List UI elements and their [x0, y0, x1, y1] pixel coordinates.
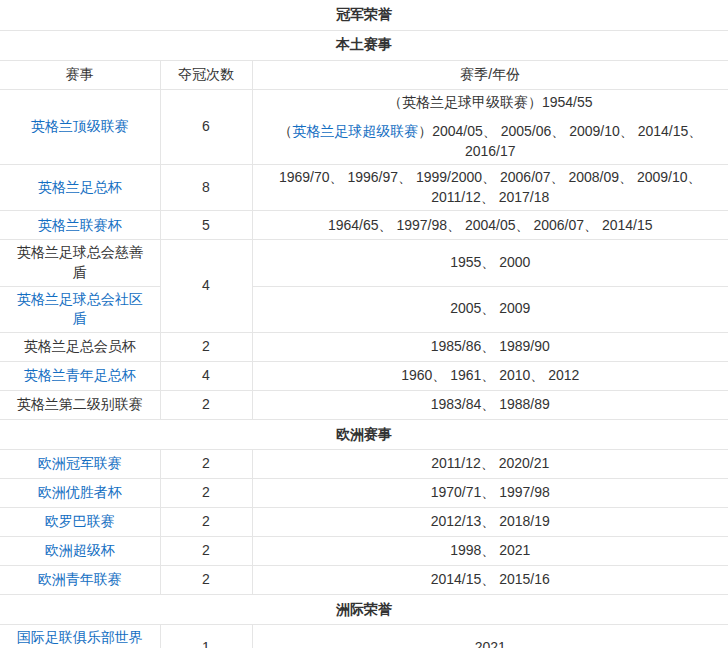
seasons-cell: 1969/70、 1996/97、 1999/2000、 2006/07、 20…: [252, 165, 728, 211]
competition-link[interactable]: 欧洲青年联赛: [38, 571, 122, 587]
competition-name: 英格兰足球总会慈善盾: [17, 244, 143, 280]
table-row: 欧洲超级杯21998、 2021: [0, 536, 728, 565]
table-row: 欧洲青年联赛22014/15、 2015/16: [0, 565, 728, 594]
season-text: 1955、 2000: [450, 254, 530, 270]
competition-cell: 英格兰足总会员杯: [0, 332, 160, 361]
competition-link[interactable]: 欧洲超级杯: [45, 542, 115, 558]
competition-link[interactable]: 英格兰顶级联赛: [31, 118, 129, 134]
season-text: 1998、 2021: [450, 542, 530, 558]
win-count-cell: 6: [160, 89, 252, 165]
win-count-cell: 4: [160, 240, 252, 332]
competition-cell: 欧洲超级杯: [0, 536, 160, 565]
season-text: 2012/13、 2018/19: [431, 513, 550, 529]
seasons-cell: 1964/65、 1997/98、 2004/05、 2006/07、 2014…: [252, 211, 728, 240]
seasons-cell: 2021: [252, 624, 728, 648]
table-row: 英格兰足球总会慈善盾41955、 2000: [0, 240, 728, 286]
season-line: 1964/65、 1997/98、 2004/05、 2006/07、 2014…: [263, 216, 719, 236]
win-count-cell: 2: [160, 536, 252, 565]
competition-link[interactable]: 国际足联俱乐部世界杯: [17, 629, 143, 648]
column-header-row: 赛事夺冠次数赛季/年份: [0, 60, 728, 89]
season-text: （英格兰足球甲级联赛）1954/55: [388, 94, 593, 110]
section-title-row: 本土赛事: [0, 30, 728, 60]
competition-link[interactable]: 英格兰足总杯: [38, 179, 122, 195]
win-count-cell: 2: [160, 332, 252, 361]
season-text: 2021: [475, 639, 506, 648]
season-text: 1960、 1961、 2010、 2012: [401, 367, 579, 383]
season-line: 1969/70、 1996/97、 1999/2000、 2006/07、 20…: [263, 168, 719, 207]
competition-cell: 英格兰青年足总杯: [0, 361, 160, 390]
table-row: 英格兰足球总会社区盾2005、 2009: [0, 286, 728, 332]
season-link[interactable]: 英格兰足球超级联赛: [292, 123, 418, 139]
section-title-row: 洲际荣誉: [0, 594, 728, 624]
win-count-cell: 2: [160, 507, 252, 536]
table-row: 英格兰足总杯81969/70、 1996/97、 1999/2000、 2006…: [0, 165, 728, 211]
competition-cell: 英格兰顶级联赛: [0, 89, 160, 165]
win-count-cell: 2: [160, 565, 252, 594]
win-count-cell: 2: [160, 390, 252, 419]
win-count-cell: 1: [160, 624, 252, 648]
season-line: 1960、 1961、 2010、 2012: [263, 366, 719, 386]
season-line: （英格兰足球甲级联赛）1954/55: [263, 93, 719, 113]
seasons-cell: 1960、 1961、 2010、 2012: [252, 361, 728, 390]
seasons-cell: 1998、 2021: [252, 536, 728, 565]
competition-cell: 欧洲优胜者杯: [0, 478, 160, 507]
season-text: ）2004/05、 2005/06、 2009/10、 2014/15、 201…: [418, 123, 702, 159]
season-text: 2005、 2009: [450, 300, 530, 316]
competition-name: 英格兰第二级别联赛: [17, 396, 143, 412]
competition-cell: 英格兰第二级别联赛: [0, 390, 160, 419]
season-line: 2012/13、 2018/19: [263, 512, 719, 532]
season-text: 1970/71、 1997/98: [431, 484, 550, 500]
competition-cell: 英格兰足球总会慈善盾: [0, 240, 160, 286]
season-line: 2021: [263, 638, 719, 648]
section-title: 本土赛事: [0, 30, 728, 60]
competition-cell: 欧洲冠军联赛: [0, 449, 160, 478]
win-count-cell: 5: [160, 211, 252, 240]
seasons-cell: 1955、 2000: [252, 240, 728, 286]
honors-title-row: 冠军荣誉: [0, 0, 728, 30]
season-text: 1964/65、 1997/98、 2004/05、 2006/07、 2014…: [328, 217, 653, 233]
column-header: 夺冠次数: [160, 60, 252, 89]
seasons-cell: 2011/12、 2020/21: [252, 449, 728, 478]
honors-table-body: 冠军荣誉本土赛事赛事夺冠次数赛季/年份英格兰顶级联赛6（英格兰足球甲级联赛）19…: [0, 0, 728, 648]
season-line: 1983/84、 1988/89: [263, 395, 719, 415]
table-row: 欧洲冠军联赛22011/12、 2020/21: [0, 449, 728, 478]
table-row: 国际足联俱乐部世界杯12021: [0, 624, 728, 648]
season-line: 2014/15、 2015/16: [263, 570, 719, 590]
win-count-cell: 2: [160, 478, 252, 507]
column-header: 赛事: [0, 60, 160, 89]
competition-link[interactable]: 欧洲优胜者杯: [38, 484, 122, 500]
competition-link[interactable]: 欧洲冠军联赛: [38, 455, 122, 471]
seasons-cell: （英格兰足球甲级联赛）1954/55（英格兰足球超级联赛）2004/05、 20…: [252, 89, 728, 165]
competition-cell: 欧罗巴联赛: [0, 507, 160, 536]
seasons-cell: 1985/86、 1989/90: [252, 332, 728, 361]
table-row: 英格兰联赛杯51964/65、 1997/98、 2004/05、 2006/0…: [0, 211, 728, 240]
seasons-cell: 2014/15、 2015/16: [252, 565, 728, 594]
season-text: 1985/86、 1989/90: [431, 338, 550, 354]
win-count-cell: 4: [160, 361, 252, 390]
column-header: 赛季/年份: [252, 60, 728, 89]
season-line: 1998、 2021: [263, 541, 719, 561]
season-line: 1955、 2000: [263, 253, 719, 273]
win-count-cell: 8: [160, 165, 252, 211]
competition-cell: 英格兰足球总会社区盾: [0, 286, 160, 332]
seasons-cell: 1983/84、 1988/89: [252, 390, 728, 419]
competition-link[interactable]: 英格兰联赛杯: [38, 217, 122, 233]
seasons-cell: 2012/13、 2018/19: [252, 507, 728, 536]
table-row: 英格兰第二级别联赛21983/84、 1988/89: [0, 390, 728, 419]
competition-link[interactable]: 欧罗巴联赛: [45, 513, 115, 529]
win-count-cell: 2: [160, 449, 252, 478]
competition-cell: 英格兰联赛杯: [0, 211, 160, 240]
section-title-row: 欧洲赛事: [0, 419, 728, 449]
table-row: 英格兰青年足总杯41960、 1961、 2010、 2012: [0, 361, 728, 390]
season-text: （: [278, 123, 292, 139]
seasons-cell: 2005、 2009: [252, 286, 728, 332]
season-text: 1983/84、 1988/89: [431, 396, 550, 412]
competition-link[interactable]: 英格兰足球总会社区盾: [17, 291, 143, 327]
honors-table: 冠军荣誉本土赛事赛事夺冠次数赛季/年份英格兰顶级联赛6（英格兰足球甲级联赛）19…: [0, 0, 728, 648]
competition-link[interactable]: 英格兰青年足总杯: [24, 367, 136, 383]
season-line: （英格兰足球超级联赛）2004/05、 2005/06、 2009/10、 20…: [263, 122, 719, 161]
table-row: 英格兰顶级联赛6（英格兰足球甲级联赛）1954/55（英格兰足球超级联赛）200…: [0, 89, 728, 165]
season-line: 2005、 2009: [263, 299, 719, 319]
competition-name: 英格兰足总会员杯: [24, 338, 136, 354]
section-title: 欧洲赛事: [0, 419, 728, 449]
